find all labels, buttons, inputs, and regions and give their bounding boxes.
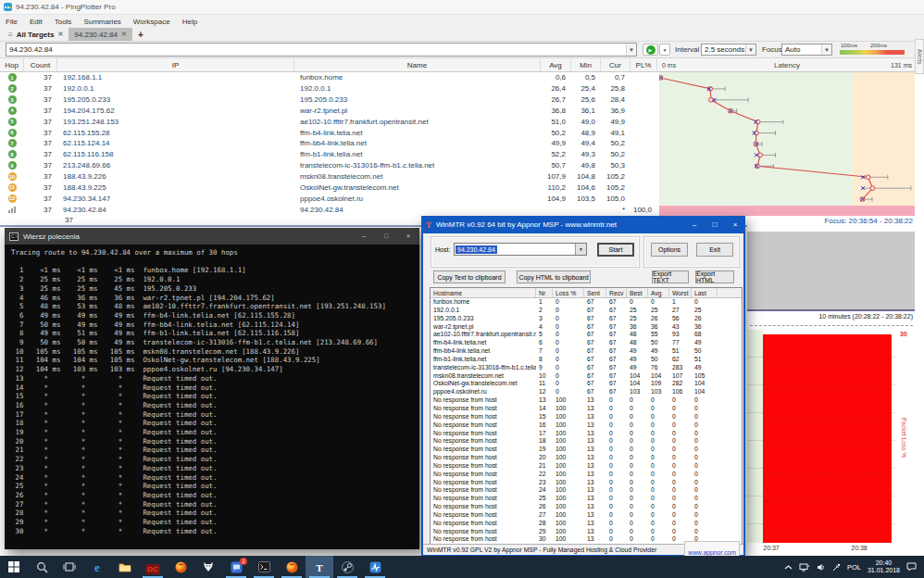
tab-all-targets[interactable]: ≡All Targets✕ xyxy=(3,28,69,41)
winmtr-row[interactable]: mskn08.transtelecom.net10067671041041071… xyxy=(431,372,742,381)
winmtr-header-avg[interactable]: Avg xyxy=(648,288,669,297)
language-indicator[interactable]: POL xyxy=(847,563,861,572)
usb-device-icon[interactable] xyxy=(832,563,841,572)
winmtr-row[interactable]: No response from host171001300000 xyxy=(431,430,742,438)
edge-app[interactable]: e xyxy=(83,556,111,578)
table-row[interactable]: 1037188.43.9.226mskn08.transtelecom.net1… xyxy=(0,171,659,182)
target-dropdown-icon[interactable]: ▼ xyxy=(626,44,636,56)
table-row[interactable]: 63762.115.155.28ffm-b4-link.telia.net50,… xyxy=(0,127,659,138)
pingplotter-titlebar[interactable]: 94.230.42.84 - PingPlotter Pro xyxy=(0,0,924,15)
tray-chevron-icon[interactable] xyxy=(784,564,793,571)
search-button[interactable] xyxy=(28,556,56,578)
table-row[interactable]: 83762.115.116.158ffm-b1-link.telia.net52… xyxy=(0,149,659,160)
winmtr-row[interactable]: No response from host291001300000 xyxy=(431,528,742,536)
column-header-pl[interactable]: PL% xyxy=(631,58,657,71)
winmtr-row[interactable]: ffm-b4-link.telia.net60676748507749 xyxy=(431,339,742,347)
exit-button[interactable]: Exit xyxy=(696,243,733,257)
winmtr-header-recv[interactable]: Recv xyxy=(606,288,627,297)
table-row[interactable]: 123794.230.34.147pppoe4.oskolnet.ru104,9… xyxy=(0,193,659,204)
task-view-button[interactable] xyxy=(56,556,83,578)
winmtr-header-last[interactable]: Last xyxy=(692,288,718,297)
column-header-hop[interactable]: Hop xyxy=(0,58,24,71)
menu-tools[interactable]: Tools xyxy=(55,18,72,26)
export-text-button[interactable]: Export TEXT xyxy=(652,270,689,283)
menu-file[interactable]: File xyxy=(6,18,18,26)
table-row[interactable]: 337195.205.0.233195.205.0.23326,725,628,… xyxy=(0,94,659,106)
messaging-app[interactable]: 2 xyxy=(222,556,250,578)
target-input[interactable]: 94.230.42.84 ▼ xyxy=(6,43,637,57)
column-header-min[interactable]: Min xyxy=(571,58,601,71)
interval-select[interactable]: 2,5 seconds ▼ xyxy=(701,44,756,56)
copy-text-button[interactable]: Copy Text to clipboard xyxy=(433,270,506,283)
interval-dropdown-icon[interactable]: ▼ xyxy=(745,44,755,55)
command-prompt-app[interactable] xyxy=(250,556,278,578)
cmd-close-button[interactable]: × xyxy=(397,228,419,245)
winmtr-minimize-button[interactable]: – xyxy=(684,216,705,233)
appnor-link[interactable]: www.appnor.com xyxy=(688,549,736,556)
cmd-minimize-button[interactable]: – xyxy=(353,228,375,245)
cmd-maximize-button[interactable]: □ xyxy=(375,228,397,245)
winmtr-row[interactable]: No response from host231001300000 xyxy=(431,479,742,487)
table-row[interactable]: 537193.251.248.153ae102-10.ffttr7.frankf… xyxy=(0,116,659,127)
volume-icon[interactable] xyxy=(817,563,826,572)
winmtr-header-sent[interactable]: Sent xyxy=(584,288,606,297)
menu-edit[interactable]: Edit xyxy=(30,18,43,26)
winmtr-row[interactable]: No response from host221001300000 xyxy=(431,471,742,479)
table-row[interactable]: 3794.230.42.8494.230.42.84*100,0 xyxy=(0,204,659,215)
table-row[interactable]: 1137188.43.9.225OskolNet-gw.transtelecom… xyxy=(0,182,659,193)
winmtr-row[interactable]: ffm-b1-link.telia.net80676749506251 xyxy=(431,356,742,364)
winmtr-close-button[interactable]: × xyxy=(725,216,745,233)
winmtr-row[interactable]: funbox.home1067670010 xyxy=(431,298,742,307)
winmtr-row[interactable]: war-r2.tpnet.pl40676736364336 xyxy=(431,323,742,332)
firefox-app-2[interactable] xyxy=(278,556,306,578)
winmtr-row[interactable]: pppoe4.oskolnet.ru1206767103103106104 xyxy=(431,388,742,396)
winmtr-row[interactable]: ffm-bb4-link.telia.net70676749495150 xyxy=(431,347,742,356)
winmtr-header-worst[interactable]: Worst xyxy=(669,288,692,297)
table-row[interactable]: 237192.0.0.1192.0.0.126,425,425,8 xyxy=(0,83,659,94)
winmtr-row[interactable]: No response from host211001300000 xyxy=(431,462,742,471)
file-explorer-app[interactable] xyxy=(111,556,139,578)
firefox-app[interactable] xyxy=(167,556,194,578)
winmtr-row[interactable]: No response from host181001300000 xyxy=(431,437,742,446)
tab-94-230-42-84[interactable]: 94.230.42.84✕ xyxy=(69,28,132,41)
winmtr-row[interactable]: OskolNet-gw.transtelecom.net110676710410… xyxy=(431,380,742,388)
winmtr-row[interactable]: transtelecom-ic-313016-ffm-b1.c.telia...… xyxy=(431,364,742,372)
winmtr-row[interactable]: No response from host151001300000 xyxy=(431,413,742,421)
focus-select[interactable]: Auto ▼ xyxy=(781,44,832,56)
alerts-side-tab[interactable]: Alerts xyxy=(915,39,924,74)
cmd-body[interactable]: Tracing route to 94.230.42.84 over a max… xyxy=(5,245,419,549)
wolf-app[interactable] xyxy=(194,556,222,578)
start-button[interactable]: Start xyxy=(597,243,634,257)
new-tab-button[interactable]: + xyxy=(132,28,149,41)
winmtr-row[interactable]: No response from host261001300000 xyxy=(431,503,742,511)
menu-workspace[interactable]: Workspace xyxy=(133,18,170,26)
winmtr-row[interactable]: No response from host131001300000 xyxy=(431,396,742,405)
winmtr-row[interactable]: No response from host241001300000 xyxy=(431,486,742,495)
table-row[interactable]: 937213.248.69.66transtelecom-ic-313016-f… xyxy=(0,160,659,171)
pingplotter-app[interactable] xyxy=(361,556,389,578)
start-trace-dropdown[interactable]: ▼ xyxy=(659,44,670,56)
steam-app[interactable] xyxy=(333,556,361,578)
table-row[interactable]: 437194.204.175.62war-r2.tpnet.pl36,836,1… xyxy=(0,106,659,117)
action-center-icon[interactable] xyxy=(906,562,917,572)
copy-html-button[interactable]: Copy HTML to clipboard xyxy=(517,270,591,283)
winmtr-row[interactable]: 192.0.0.120676725252725 xyxy=(431,307,742,315)
column-header-avg[interactable]: Avg xyxy=(541,58,571,71)
menu-summaries[interactable]: Summaries xyxy=(83,18,120,26)
winmtr-row[interactable]: No response from host281001300000 xyxy=(431,520,742,528)
clock[interactable]: 20:40 31.01.2018 xyxy=(868,559,900,574)
winmtr-app[interactable]: T xyxy=(306,556,333,578)
winmtr-row[interactable]: No response from host141001300000 xyxy=(431,405,742,413)
winmtr-row[interactable]: No response from host201001300000 xyxy=(431,454,742,462)
tab-close-icon[interactable]: ✕ xyxy=(121,31,127,38)
focus-dropdown-icon[interactable]: ▼ xyxy=(821,44,831,55)
network-icon[interactable] xyxy=(799,563,810,572)
table-row[interactable]: 137192.168.1.1funbox.home0,60,50,7 xyxy=(0,72,659,83)
winmtr-row[interactable]: No response from host161001300000 xyxy=(431,421,742,430)
winmtr-row[interactable]: ae102-10.ffttr7.frankfurt.opentransit.ne… xyxy=(431,331,742,339)
dc-app[interactable]: DC xyxy=(139,556,167,578)
winmtr-header-best[interactable]: Best xyxy=(627,288,648,297)
column-header-name[interactable]: Name xyxy=(294,58,541,71)
tab-close-icon[interactable]: ✕ xyxy=(57,31,63,38)
winmtr-row[interactable]: No response from host271001300000 xyxy=(431,511,742,520)
